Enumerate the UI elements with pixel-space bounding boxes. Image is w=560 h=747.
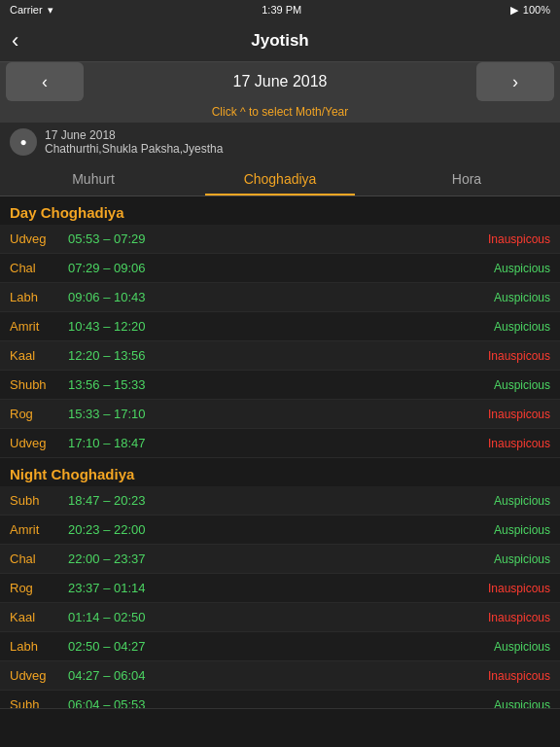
date-line1: 17 June 2018 [45,128,223,142]
night-choghadiya-list: Subh 18:47 – 20:23 Auspicious Amrit 20:2… [0,486,560,720]
chog-name: Chal [10,261,68,275]
chog-name: Shubh [10,377,68,392]
chog-time: 05:53 – 07:29 [68,231,488,246]
chog-name: Amrit [10,522,68,537]
day-row: Amrit 10:43 – 12:20 Auspicious [0,312,560,341]
day-row: Chal 07:29 – 09:06 Auspicious [0,254,560,283]
chog-status: Auspicious [494,262,550,275]
chog-time: 17:10 – 18:47 [68,436,488,450]
chog-status: Auspicious [494,494,550,508]
day-row: Shubh 13:56 – 15:33 Auspicious [0,371,560,400]
day-choghadiya-list: Udveg 05:53 – 07:29 Inauspicous Chal 07:… [0,225,560,458]
footer [0,708,560,747]
chog-time: 07:29 – 09:06 [68,261,494,275]
chog-status: Auspicious [494,640,550,654]
content-area: Day Choghadiya Udveg 05:53 – 07:29 Inaus… [0,196,560,743]
chog-status: Inauspicous [488,669,550,683]
battery-label: 100% [523,4,550,16]
night-row: Rog 23:37 – 01:14 Inauspicous [0,574,560,603]
chog-time: 13:56 – 15:33 [68,377,494,392]
status-right: ▶ 100% [510,4,550,17]
chog-time: 12:20 – 13:56 [68,348,488,363]
day-section-header: Day Choghadiya [0,196,560,225]
night-section-header: Night Choghadiya [0,458,560,486]
chog-time: 23:37 – 01:14 [68,581,488,595]
chog-name: Udveg [10,231,68,246]
night-row: Amrit 20:23 – 22:00 Auspicious [0,516,560,545]
prev-date-button[interactable]: ‹ [6,62,84,101]
night-row: Kaal 01:14 – 02:50 Inauspicous [0,603,560,632]
day-row: Kaal 12:20 – 13:56 Inauspicous [0,341,560,371]
chog-name: Udveg [10,668,68,683]
chog-name: Chal [10,551,68,566]
status-left: Carrier ▾ [10,4,53,17]
date-icon: ● [10,128,37,156]
chog-name: Amrit [10,319,68,334]
chog-time: 02:50 – 04:27 [68,639,494,654]
chog-status: Inauspicous [488,611,550,624]
chog-name: Labh [10,639,68,654]
wifi-icon: ▾ [48,4,53,17]
chog-time: 20:23 – 22:00 [68,522,494,537]
chog-name: Udveg [10,436,68,450]
day-row: Rog 15:33 – 17:10 Inauspicous [0,400,560,429]
chog-time: 04:27 – 06:04 [68,668,488,683]
day-row: Udveg 05:53 – 07:29 Inauspicous [0,225,560,254]
chog-name: Kaal [10,348,68,363]
nav-bar: ‹ Jyotish [0,19,560,62]
chog-status: Inauspicous [488,349,550,363]
chog-time: 22:00 – 23:37 [68,551,494,566]
chog-status: Inauspicous [488,408,550,421]
click-hint: Click ^ to select Moth/Year [0,101,560,123]
date-nav: ‹ 17 June 2018 › [0,62,560,101]
chog-status: Auspicious [494,378,550,392]
chog-time: 15:33 – 17:10 [68,407,488,421]
date-info-text: 17 June 2018 Chathurthi,Shukla Paksha,Jy… [45,128,223,156]
chog-name: Kaal [10,610,68,624]
chog-status: Auspicious [494,291,550,304]
night-row: Chal 22:00 – 23:37 Auspicious [0,545,560,574]
next-date-button[interactable]: › [476,62,554,101]
night-row: Labh 02:50 – 04:27 Auspicious [0,632,560,661]
chog-status: Inauspicous [488,232,550,246]
signal-icon: ▶ [510,4,518,17]
chog-status: Auspicious [494,552,550,566]
status-time: 1:39 PM [262,4,301,16]
tab-choghadiya[interactable]: Choghadiya [187,161,373,196]
status-bar: Carrier ▾ 1:39 PM ▶ 100% [0,0,560,19]
tab-hora[interactable]: Hora [373,161,560,196]
chog-time: 10:43 – 12:20 [68,319,494,334]
chog-time: 18:47 – 20:23 [68,493,494,508]
day-row: Labh 09:06 – 10:43 Auspicious [0,283,560,312]
current-date: 17 June 2018 [89,73,471,90]
chog-status: Inauspicous [488,582,550,595]
chog-status: Auspicious [494,320,550,334]
carrier-label: Carrier [10,4,43,16]
chog-status: Auspicious [494,523,550,537]
back-button[interactable]: ‹ [12,28,18,53]
date-line2: Chathurthi,Shukla Paksha,Jyestha [45,142,223,156]
tab-muhurt[interactable]: Muhurt [0,161,187,196]
nav-title: Jyotish [251,31,309,51]
chog-name: Subh [10,493,68,508]
night-row: Udveg 04:27 – 06:04 Inauspicous [0,661,560,691]
chog-status: Inauspicous [488,437,550,450]
chog-time: 09:06 – 10:43 [68,290,494,304]
chog-name: Rog [10,581,68,595]
chog-name: Rog [10,407,68,421]
chog-name: Labh [10,290,68,304]
tabs: Muhurt Choghadiya Hora [0,161,560,196]
date-info: ● 17 June 2018 Chathurthi,Shukla Paksha,… [0,123,560,161]
day-row: Udveg 17:10 – 18:47 Inauspicous [0,429,560,458]
chog-time: 01:14 – 02:50 [68,610,488,624]
night-row: Subh 18:47 – 20:23 Auspicious [0,486,560,516]
